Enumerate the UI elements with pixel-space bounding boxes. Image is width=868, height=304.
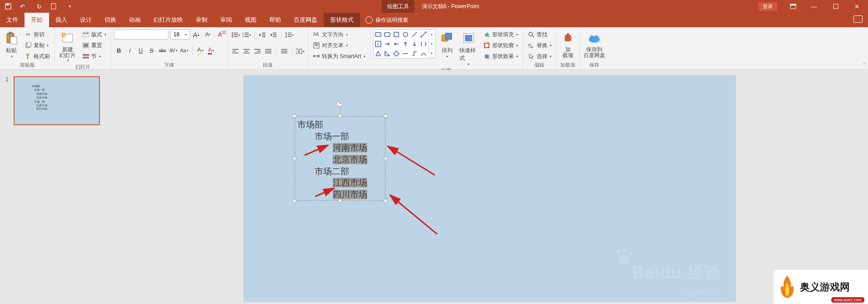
brand-overlay: 奥义游戏网 www.aoe1.com	[774, 270, 868, 304]
replace-button[interactable]: ab替换▾	[526, 40, 553, 50]
tab-shape-format[interactable]: 形状格式	[324, 13, 360, 27]
handle-w[interactable]	[292, 157, 296, 161]
numbering-button[interactable]: 123▾	[242, 30, 252, 40]
columns-button[interactable]: ▾	[295, 46, 305, 56]
bold-button[interactable]: B	[114, 45, 124, 55]
outline-icon	[483, 42, 490, 49]
handle-se[interactable]	[384, 199, 388, 203]
sh-square-icon	[392, 30, 401, 39]
tab-view[interactable]: 视图	[238, 13, 263, 27]
login-button[interactable]: 登录	[758, 2, 777, 11]
sh-tri-icon	[374, 49, 383, 58]
gallery-more-icon[interactable]: ▾	[429, 49, 435, 58]
italic-button[interactable]: I	[125, 45, 135, 55]
smartart-button[interactable]: 转换为 SmartArt▾	[311, 51, 367, 61]
handle-ne[interactable]	[384, 114, 388, 118]
font-color-button[interactable]: A▾	[206, 45, 216, 55]
undo-icon[interactable]: ↶▾	[19, 2, 28, 11]
document-title: 演示文稿6 - PowerPoint	[414, 0, 487, 13]
rotate-handle[interactable]	[336, 101, 344, 109]
section-button[interactable]: 节▾	[80, 51, 108, 61]
sh-line2-icon	[401, 49, 410, 58]
copy-button[interactable]: 复制▾	[23, 40, 52, 50]
font-name-input[interactable]	[114, 29, 168, 39]
font-size-input[interactable]	[170, 29, 190, 39]
align-right-button[interactable]	[252, 46, 262, 56]
quick-styles-button[interactable]: 快速样式▾	[459, 29, 478, 67]
handle-nw[interactable]	[292, 114, 296, 118]
tab-home[interactable]: 开始	[25, 13, 49, 27]
svg-text:IIA: IIA	[313, 32, 319, 37]
save-qat-icon[interactable]	[4, 2, 13, 11]
clear-format-button[interactable]: A⌫	[215, 29, 225, 39]
save-baidu-button[interactable]: 保存到 百度网盘	[582, 29, 606, 59]
tab-slideshow[interactable]: 幻灯片放映	[147, 13, 189, 27]
qat-customize-icon[interactable]: ▾	[65, 2, 74, 11]
bullets-button[interactable]: ▾	[231, 30, 241, 40]
gallery-up-icon[interactable]: ▴	[429, 30, 435, 39]
tab-file[interactable]: 文件	[0, 13, 25, 27]
decrease-indent-button[interactable]	[257, 30, 267, 40]
collapse-ribbon-icon[interactable]: ˄	[863, 63, 865, 68]
minimize-icon[interactable]: —	[804, 0, 824, 13]
ribbon-display-icon[interactable]	[783, 0, 803, 13]
shapes-gallery[interactable]: A ▴ ▾ ▾	[373, 29, 436, 59]
tab-baidu[interactable]: 百度网盘	[287, 13, 324, 27]
shape-outline-button[interactable]: 形状轮廓▾	[481, 40, 520, 50]
grow-font-button[interactable]: A▴	[191, 29, 201, 39]
change-case-button[interactable]: Aa▾	[179, 45, 189, 55]
select-button[interactable]: 选择▾	[526, 51, 553, 61]
tell-me-search[interactable]: 操作说明搜索	[365, 16, 408, 24]
tab-review[interactable]: 审阅	[214, 13, 238, 27]
shrink-font-button[interactable]: A▾	[203, 29, 213, 39]
format-painter-button[interactable]: 格式刷	[23, 51, 52, 61]
new-slide-button[interactable]: ✦ 新建 幻灯片 ▾	[58, 29, 78, 64]
slide-1[interactable]: 市场部 市场一部 河南市场 北京市场 市场二部 江西市场 四川市场	[243, 75, 736, 302]
tab-insert[interactable]: 插入	[49, 13, 74, 27]
paste-button[interactable]: 粘贴 ▾	[3, 29, 20, 59]
handle-e[interactable]	[384, 157, 388, 161]
distribute-button[interactable]	[279, 46, 289, 56]
comments-icon[interactable]	[853, 15, 863, 23]
tab-recording[interactable]: 录制	[189, 13, 214, 27]
addins-button[interactable]: 加 载项	[559, 29, 577, 59]
svg-point-27	[232, 36, 233, 38]
text-box-selected[interactable]: 市场部 市场一部 河南市场 北京市场 市场二部 江西市场 四川市场	[295, 116, 385, 201]
group-paragraph-ext: IIA文字方向▾ 对齐文本▾ 转换为 SmartArt▾	[308, 29, 370, 69]
new-doc-icon[interactable]: ▾	[50, 2, 59, 11]
handle-n[interactable]	[338, 114, 342, 118]
increase-indent-button[interactable]	[268, 30, 278, 40]
text-direction-icon: IIA	[313, 31, 320, 38]
cut-button[interactable]: ✂剪切	[23, 29, 52, 39]
handle-sw[interactable]	[292, 199, 296, 203]
maximize-icon[interactable]	[825, 0, 846, 13]
find-button[interactable]: 查找	[526, 29, 553, 39]
highlight-button[interactable]: A▾	[195, 45, 205, 55]
align-text-button[interactable]: 对齐文本▾	[311, 40, 367, 50]
section-icon	[82, 53, 89, 60]
shape-effects-button[interactable]: 形状效果▾	[481, 51, 520, 61]
tab-design[interactable]: 设计	[74, 13, 98, 27]
strike-button[interactable]: S	[147, 45, 157, 55]
reset-button[interactable]: 重置	[80, 40, 108, 50]
justify-button[interactable]	[263, 46, 273, 56]
text-box-content[interactable]: 市场部 市场一部 河南市场 北京市场 市场二部 江西市场 四川市场	[297, 119, 383, 198]
gallery-down-icon[interactable]: ▾	[429, 39, 435, 49]
shape-fill-button[interactable]: 形状填充▾	[481, 29, 520, 39]
line-spacing-button[interactable]: ▾	[284, 30, 294, 40]
align-left-button[interactable]	[231, 46, 241, 56]
layout-button[interactable]: 版式▾	[80, 29, 108, 39]
underline-button[interactable]: U	[136, 45, 146, 55]
shadow-button[interactable]: abc	[158, 45, 168, 55]
arrange-button[interactable]: 排列▾	[439, 29, 456, 59]
redo-icon[interactable]: ↻	[35, 2, 44, 11]
slide-thumbnail-1[interactable]: 市场部 市场一部 河南市场 北京市场 市场二部 江西市场 四川市场	[14, 76, 100, 125]
text-direction-button[interactable]: IIA文字方向▾	[311, 29, 367, 39]
char-spacing-button[interactable]: AV▾	[168, 45, 178, 55]
align-center-button[interactable]	[242, 46, 252, 56]
tab-animations[interactable]: 动画	[123, 13, 147, 27]
tab-transitions[interactable]: 切换	[98, 13, 123, 27]
close-icon[interactable]: ✕	[847, 0, 867, 13]
tab-help[interactable]: 帮助	[263, 13, 287, 27]
svg-rect-44	[288, 36, 291, 37]
